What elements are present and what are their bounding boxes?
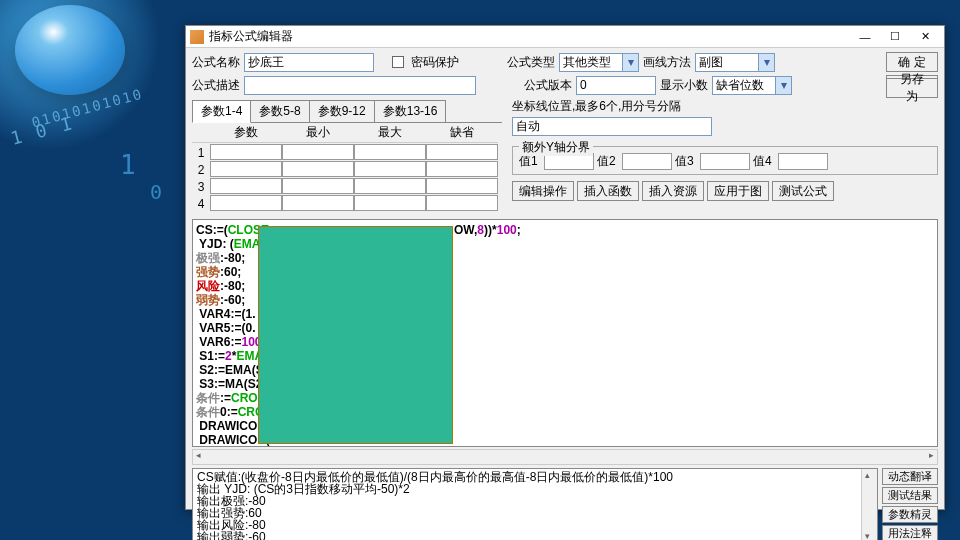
p4-max[interactable] (354, 195, 426, 211)
p2-min[interactable] (282, 161, 354, 177)
max-header: 最大 (354, 123, 426, 143)
draw-dropdown[interactable]: 副图▾ (695, 53, 775, 72)
ver-label: 公式版本 (524, 77, 572, 94)
ok-button[interactable]: 确 定 (886, 52, 938, 72)
editor-window: 指标公式编辑器 — ☐ ✕ 公式名称 密码保护 公式类型 其他类型▾ 画线方法 … (185, 25, 945, 510)
p4-def[interactable] (426, 195, 498, 211)
titlebar: 指标公式编辑器 — ☐ ✕ (186, 26, 944, 48)
window-title: 指标公式编辑器 (209, 28, 850, 45)
chevron-down-icon: ▾ (622, 54, 638, 71)
output-panel[interactable]: CS赋值:(收盘价-8日内最低价的最低值)/(8日内最高价的最高值-8日内最低价… (192, 468, 878, 540)
insert-func-button[interactable]: 插入函数 (577, 181, 639, 201)
val3-input[interactable] (700, 153, 750, 170)
apply-button[interactable]: 应用于图 (707, 181, 769, 201)
tab-params-9-12[interactable]: 参数9-12 (309, 100, 375, 122)
app-icon (190, 30, 204, 44)
coord-input[interactable] (512, 117, 712, 136)
type-dropdown[interactable]: 其他类型▾ (559, 53, 639, 72)
coord-label: 坐标线位置,最多6个,用分号分隔 (512, 98, 886, 115)
extra-y-group: 额外Y轴分界 值1 值2 值3 值4 (512, 146, 938, 175)
pwd-checkbox[interactable] (392, 56, 404, 68)
close-button[interactable]: ✕ (910, 28, 940, 46)
param-tabs: 参数1-4 参数5-8 参数9-12 参数13-16 (192, 100, 502, 123)
desc-input[interactable] (244, 76, 476, 95)
tab-params-5-8[interactable]: 参数5-8 (250, 100, 309, 122)
ver-input[interactable] (576, 76, 656, 95)
save-as-button[interactable]: 另存为 (886, 78, 938, 98)
test-button[interactable]: 测试公式 (772, 181, 834, 201)
p3-def[interactable] (426, 178, 498, 194)
p2-def[interactable] (426, 161, 498, 177)
group-title: 额外Y轴分界 (519, 139, 593, 156)
pwd-label: 密码保护 (411, 54, 459, 71)
def-header: 缺省 (426, 123, 498, 143)
min-header: 最小 (282, 123, 354, 143)
usage-note-button[interactable]: 用法注释 (882, 525, 938, 540)
val2-input[interactable] (622, 153, 672, 170)
selection-overlay (258, 226, 453, 444)
p3-min[interactable] (282, 178, 354, 194)
test-result-button[interactable]: 测试结果 (882, 487, 938, 504)
p3-max[interactable] (354, 178, 426, 194)
p1-min[interactable] (282, 144, 354, 160)
insert-res-button[interactable]: 插入资源 (642, 181, 704, 201)
chevron-down-icon: ▾ (775, 77, 791, 94)
chevron-down-icon: ▾ (758, 54, 774, 71)
minimize-button[interactable]: — (850, 28, 880, 46)
p1-max[interactable] (354, 144, 426, 160)
param-wizard-button[interactable]: 参数精灵 (882, 506, 938, 523)
draw-label: 画线方法 (643, 54, 691, 71)
dec-label: 显示小数 (660, 77, 708, 94)
desc-label: 公式描述 (192, 77, 240, 94)
type-label: 公式类型 (507, 54, 555, 71)
tab-params-13-16[interactable]: 参数13-16 (374, 100, 447, 122)
p2-max[interactable] (354, 161, 426, 177)
dyn-trans-button[interactable]: 动态翻译 (882, 468, 938, 485)
val4-input[interactable] (778, 153, 828, 170)
tab-params-1-4[interactable]: 参数1-4 (192, 100, 251, 123)
maximize-button[interactable]: ☐ (880, 28, 910, 46)
code-editor[interactable]: CS:=(CLOSEOW,8))*100; YJD: (EMA 极强:-80; … (192, 219, 938, 447)
name-input[interactable] (244, 53, 374, 72)
edit-op-button[interactable]: 编辑操作 (512, 181, 574, 201)
p2-name[interactable] (210, 161, 282, 177)
p4-name[interactable] (210, 195, 282, 211)
horizontal-scrollbar[interactable] (192, 449, 938, 465)
dec-dropdown[interactable]: 缺省位数▾ (712, 76, 792, 95)
vertical-scrollbar[interactable] (861, 469, 877, 540)
p1-def[interactable] (426, 144, 498, 160)
param-header: 参数 (210, 123, 282, 143)
p4-min[interactable] (282, 195, 354, 211)
p3-name[interactable] (210, 178, 282, 194)
p1-name[interactable] (210, 144, 282, 160)
name-label: 公式名称 (192, 54, 240, 71)
